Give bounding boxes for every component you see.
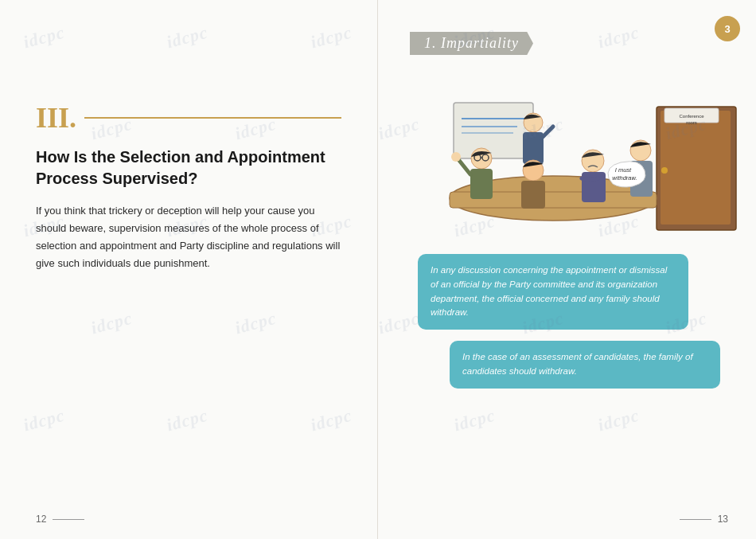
svg-rect-23 (521, 181, 545, 209)
page-number-right: 13 (680, 514, 728, 525)
right-page: 3 1. Impartiality Conference room (378, 0, 756, 539)
section-label: 1. Impartiality (410, 32, 533, 55)
page-spread: idcpc idcpc idcpc idcpc idcpc idcpc idcp… (0, 0, 756, 539)
illustration-svg: Conference room (410, 75, 744, 242)
svg-point-2 (661, 167, 668, 174)
svg-rect-19 (470, 169, 493, 199)
heading-line (84, 117, 341, 119)
svg-line-20 (458, 158, 470, 174)
svg-rect-8 (454, 103, 533, 158)
svg-text:Conference: Conference (679, 114, 704, 119)
section-title: How Is the Selection and Appointment Pro… (36, 146, 341, 189)
conference-illustration: Conference room (410, 75, 728, 250)
svg-text:room: room (686, 120, 697, 125)
svg-rect-25 (582, 172, 606, 202)
bubble-1: In any discussion concerning the appoint… (418, 254, 688, 330)
bubble-2: In the case of an assessment of candidat… (450, 341, 720, 389)
left-page: III. How Is the Selection and Appointmen… (0, 0, 378, 539)
chapter-heading: III. (36, 104, 341, 132)
section-header: 1. Impartiality (410, 32, 728, 55)
page-number-left: 12 (36, 514, 84, 525)
page-badge: 3 (715, 16, 740, 41)
svg-rect-1 (661, 111, 731, 225)
section-body: If you think that trickery or deception … (36, 202, 341, 272)
svg-text:withdraw.: withdraw. (612, 174, 637, 182)
svg-point-21 (451, 152, 461, 162)
svg-line-14 (541, 127, 553, 139)
bubble-container: In any discussion concerning the appoint… (410, 254, 728, 389)
roman-numeral: III. (36, 104, 76, 132)
svg-text:I must: I must (615, 166, 632, 174)
